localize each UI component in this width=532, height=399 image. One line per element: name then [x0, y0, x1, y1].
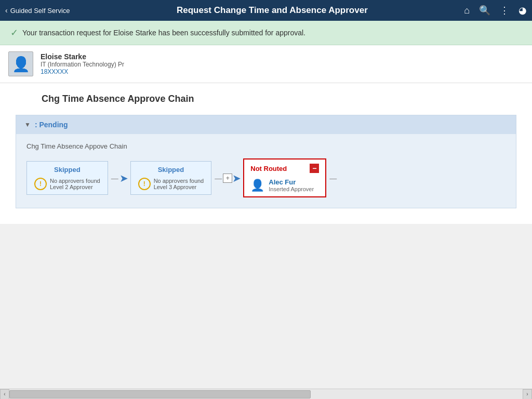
add-approver-icon[interactable]: + — [223, 174, 232, 183]
warning-icon-1: ! — [34, 178, 47, 190]
inserted-approver: 👤 Alec Fur Inserted Approver — [250, 178, 319, 192]
arrow-icon-1: ➤ — [119, 172, 128, 184]
chain-label: Chg Time Absence Appove Chain — [26, 142, 506, 150]
success-banner: ✓ Your transaction request for Eloise St… — [0, 21, 532, 45]
back-label: Guided Self Service — [10, 7, 70, 15]
main-content: Chg Time Absence Approve Chain ▼ : Pendi… — [0, 83, 532, 224]
skipped-box-2: Skipped ! No approvers found Level 3 App… — [130, 161, 212, 195]
approver-name: Alec Fur — [269, 178, 314, 186]
more-options-icon[interactable]: ⋮ — [500, 5, 509, 16]
collapse-arrow-icon[interactable]: ▼ — [24, 121, 31, 128]
back-arrow-icon: ‹ — [5, 6, 8, 15]
approver-flow: Skipped ! No approvers found Level 2 App… — [26, 158, 506, 197]
skipped-body-2: ! No approvers found Level 3 Approver — [138, 178, 204, 190]
scroll-track[interactable] — [9, 389, 523, 399]
flow-connector-2: — + ➤ — [211, 172, 243, 184]
flow-connector-3: — — [326, 174, 340, 182]
employee-name: Eloise Starke — [41, 52, 124, 61]
pending-label: : Pending — [35, 121, 68, 129]
home-icon[interactable]: ⌂ — [464, 5, 470, 16]
skipped-text-1: No approvers found Level 2 Approver — [50, 178, 100, 190]
search-icon[interactable]: 🔍 — [479, 5, 490, 16]
employee-department: IT (Information Technology) Pr — [41, 61, 124, 68]
scroll-left-button[interactable]: ‹ — [0, 389, 9, 400]
page-title: Request Change Time and Absence Approver — [81, 5, 464, 16]
skipped-label-2: Skipped — [138, 166, 204, 174]
dash-icon-3: — — [328, 174, 338, 182]
header-actions: ⌂ 🔍 ⋮ ◕ — [464, 5, 527, 16]
skipped-body-1: ! No approvers found Level 2 Approver — [34, 178, 100, 190]
avatar: 👤 — [8, 51, 33, 76]
dash-icon-1: — — [110, 174, 119, 182]
flow-connector-1: — ➤ — [108, 172, 130, 184]
not-routed-header: Not Routed − — [250, 164, 319, 173]
banner-message: Your transaction request for Eloise Star… — [22, 29, 305, 37]
arrow-icon-2: ➤ — [232, 172, 241, 184]
skipped-label-1: Skipped — [34, 166, 100, 174]
navigate-icon[interactable]: ◕ — [518, 5, 527, 16]
dash-icon-2: — — [214, 174, 223, 182]
chain-content: Chg Time Absence Appove Chain Skipped ! … — [16, 134, 516, 208]
back-button[interactable]: ‹ Guided Self Service — [5, 6, 70, 15]
warning-icon-2: ! — [138, 178, 151, 190]
horizontal-scrollbar[interactable]: ‹ › — [0, 389, 532, 399]
skipped-text-2: No approvers found Level 3 Approver — [154, 178, 204, 190]
app-header: ‹ Guided Self Service Request Change Tim… — [0, 0, 532, 21]
employee-info: Eloise Starke IT (Information Technology… — [41, 52, 124, 75]
checkmark-icon: ✓ — [10, 27, 18, 38]
scroll-thumb[interactable] — [9, 390, 311, 398]
approver-info: Alec Fur Inserted Approver — [269, 178, 314, 192]
skipped-box-1: Skipped ! No approvers found Level 2 App… — [26, 161, 108, 195]
pending-section: ▼ : Pending Chg Time Absence Appove Chai… — [16, 115, 516, 208]
employee-section: 👤 Eloise Starke IT (Information Technolo… — [0, 45, 532, 83]
person-silhouette-icon: 👤 — [12, 56, 30, 73]
scroll-right-button[interactable]: › — [523, 389, 532, 400]
not-routed-label: Not Routed — [250, 165, 287, 172]
approver-person-icon: 👤 — [250, 179, 264, 192]
not-routed-box: Not Routed − 👤 Alec Fur Inserted Approve… — [243, 158, 326, 197]
employee-id: 18XXXXX — [41, 68, 124, 75]
remove-icon[interactable]: − — [310, 164, 319, 173]
approver-role: Inserted Approver — [269, 186, 314, 192]
pending-header: ▼ : Pending — [16, 115, 516, 134]
section-title: Chg Time Absence Approve Chain — [16, 94, 516, 104]
